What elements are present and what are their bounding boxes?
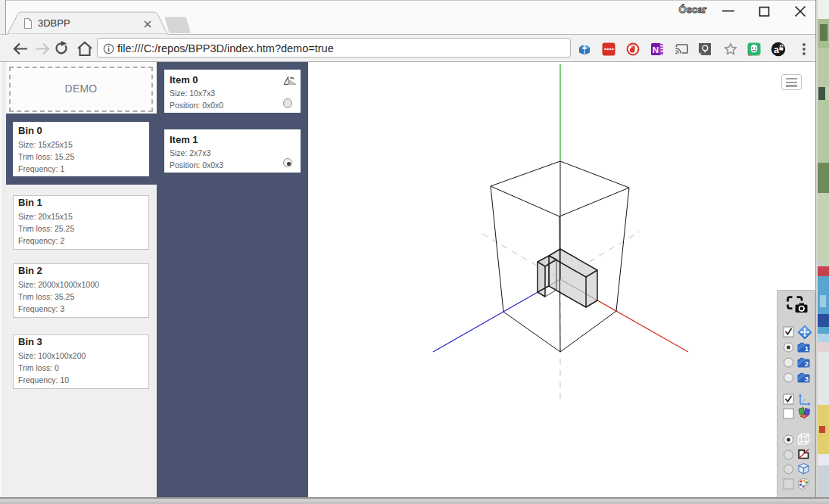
svg-text:3: 3	[805, 375, 809, 383]
svg-text:2: 2	[805, 359, 809, 368]
svg-text:1: 1	[805, 344, 809, 353]
